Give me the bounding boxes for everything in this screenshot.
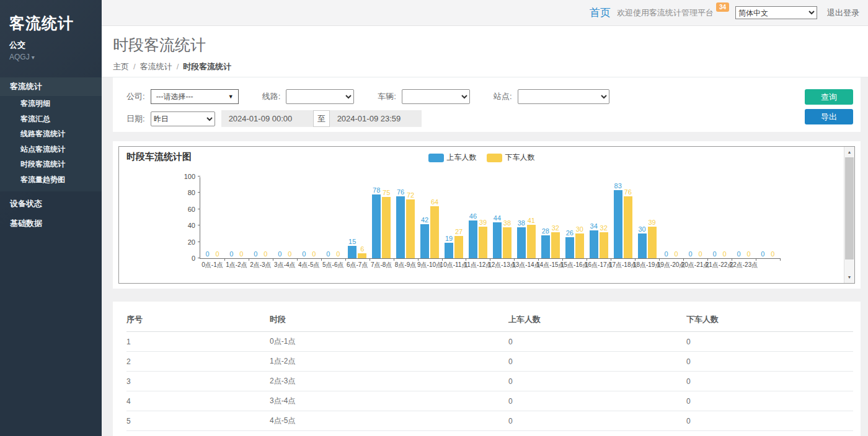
scroll-up-icon[interactable]: ▲: [844, 147, 854, 157]
bar-value-label: 42: [421, 216, 428, 224]
scrollbar-thumb[interactable]: [845, 157, 854, 259]
table-row: 43点-4点00: [126, 391, 853, 411]
date-to-input[interactable]: 2024-01-09 23:59: [330, 110, 422, 127]
bar-value-label: 75: [383, 189, 390, 196]
bar-value-label: 30: [639, 225, 646, 233]
bar-column: 0: [275, 250, 284, 258]
x-axis-tick-label: 2点-3点: [250, 261, 271, 269]
search-button[interactable]: 查询: [805, 89, 853, 105]
date-preset-select[interactable]: 昨日: [151, 111, 215, 126]
vehicle-filter: 车辆:: [378, 89, 470, 104]
table-cell: 0: [508, 372, 686, 391]
x-axis-tick-label: 6点-7点: [347, 261, 368, 269]
company-select[interactable]: ---请选择--- ▼: [151, 89, 239, 104]
export-button[interactable]: 导出: [805, 109, 853, 124]
bar-column: 0: [758, 250, 767, 258]
bar-column: 0: [662, 250, 671, 258]
table-cell: 2点-3点: [270, 372, 508, 391]
chart-category-slot: 443812点-13点: [490, 177, 514, 258]
bar-value-label: 0: [215, 250, 219, 258]
table-cell: 0: [686, 352, 853, 372]
x-axis-tick-mark: [345, 258, 346, 261]
bar-value-label: 0: [722, 250, 726, 258]
chart-category-slot: 003点-4点: [273, 177, 297, 258]
breadcrumb-home[interactable]: 主页: [113, 62, 129, 71]
sidebar-item-base-data[interactable]: 基础数据: [0, 214, 102, 233]
logout-link[interactable]: 退出登录: [827, 7, 859, 19]
sidebar-subitem[interactable]: 客流汇总: [0, 111, 102, 127]
sidebar-subitem[interactable]: 时段客流统计: [0, 157, 102, 172]
station-select[interactable]: [518, 89, 609, 104]
table-cell: 3点-4点: [270, 391, 508, 411]
y-axis-tick-label: 60: [188, 206, 195, 213]
station-filter: 站点:: [494, 89, 609, 104]
bar-column: 0: [251, 250, 260, 258]
table-row: 10点-1点00: [126, 332, 853, 352]
sidebar-subitem[interactable]: 客流明细: [0, 96, 102, 111]
bar-column: 30: [575, 225, 584, 258]
language-select[interactable]: 简体中文: [735, 6, 817, 19]
scroll-down-icon[interactable]: ▼: [844, 272, 854, 282]
bar-value-label: 0: [312, 250, 316, 258]
bar-column: 41: [527, 217, 536, 258]
bar-value-label: 19: [445, 235, 453, 242]
bar-value-label: 0: [761, 250, 764, 258]
sidebar-subitem[interactable]: 客流量趋势图: [0, 172, 102, 188]
y-axis-tick-mark: [198, 176, 200, 177]
y-axis-tick-label: 0: [192, 255, 195, 262]
sidebar-subitem[interactable]: 线路客流统计: [0, 126, 102, 142]
org-selector[interactable]: AQGJ▾: [9, 53, 102, 61]
company-filter: 公司: ---请选择--- ▼: [126, 89, 239, 104]
x-axis-tick-mark: [780, 258, 781, 261]
x-axis-tick-label: 0点-1点: [202, 261, 223, 269]
x-axis-tick-mark: [756, 258, 756, 261]
breadcrumb-passenger-stats[interactable]: 客流统计: [140, 62, 172, 71]
chart-box: 时段车流统计图 上车人数下车人数 020406080100000点-1点001点…: [118, 146, 855, 284]
chart-bar: [382, 197, 391, 258]
table-cell: 5点-6点: [270, 431, 508, 436]
bar-column: 15: [348, 238, 356, 258]
table-cell: 5: [126, 411, 270, 431]
page-header: 时段客流统计 主页/客流统计/时段客流统计: [102, 26, 868, 77]
table-row: 54点-5点00: [126, 411, 853, 431]
bar-value-label: 32: [600, 224, 608, 232]
bar-column: 39: [648, 219, 657, 258]
chart-category-slot: 0021点-22点: [707, 177, 732, 258]
bar-value-label: 0: [737, 250, 740, 258]
chart-bar: [358, 253, 366, 258]
bar-value-label: 72: [407, 191, 414, 199]
bar-value-label: 27: [455, 228, 463, 235]
table-cell: 1点-2点: [270, 352, 508, 372]
filter-row-2: 日期: 昨日 2024-01-09 00:00 至 2024-01-09 23:…: [126, 110, 861, 127]
bar-column: 0: [734, 250, 743, 258]
line-select[interactable]: [286, 89, 354, 104]
legend-item[interactable]: 上车人数: [428, 152, 477, 163]
home-link[interactable]: 首页: [590, 6, 611, 20]
table-cell: 0点-1点: [270, 332, 508, 352]
chart-category-slot: 0019点-20点: [659, 177, 683, 258]
sidebar-item-device-status[interactable]: 设备状态: [0, 194, 102, 214]
welcome-text: 欢迎使用客流统计管理平台: [617, 7, 714, 19]
sidebar-subitem[interactable]: 站点客流统计: [0, 142, 102, 157]
sidebar-item-passenger-stats[interactable]: 客流统计: [0, 77, 102, 96]
col-header-boarding: 上车人数: [508, 308, 686, 332]
bar-value-label: 28: [542, 227, 549, 235]
bar-column: 27: [454, 228, 463, 258]
sidebar: 客流统计 公交 AQGJ▾ 客流统计 客流明细客流汇总线路客流统计站点客流统计时…: [0, 0, 102, 436]
chart-bar: [430, 206, 439, 258]
table-cell: 0: [508, 431, 686, 436]
bar-column: 0: [768, 250, 777, 258]
vehicle-select[interactable]: [402, 89, 470, 104]
legend-item[interactable]: 下车人数: [487, 152, 535, 163]
legend-swatch: [487, 154, 502, 162]
app-title: 客流统计: [9, 14, 102, 32]
bar-column: 42: [420, 216, 429, 258]
bar-column: 72: [406, 191, 415, 258]
topbar: 首页 欢迎使用客流统计管理平台 34 简体中文 退出登录: [102, 0, 868, 26]
table-cell: 4点-5点: [270, 411, 508, 431]
chart-scrollbar[interactable]: ▲ ▼: [844, 147, 854, 283]
chart-bar: [590, 230, 598, 258]
x-axis-tick-label: 4点-5点: [298, 261, 319, 269]
chart-category-slot: 001点-2点: [224, 177, 249, 258]
date-from-input[interactable]: 2024-01-09 00:00: [221, 110, 313, 127]
